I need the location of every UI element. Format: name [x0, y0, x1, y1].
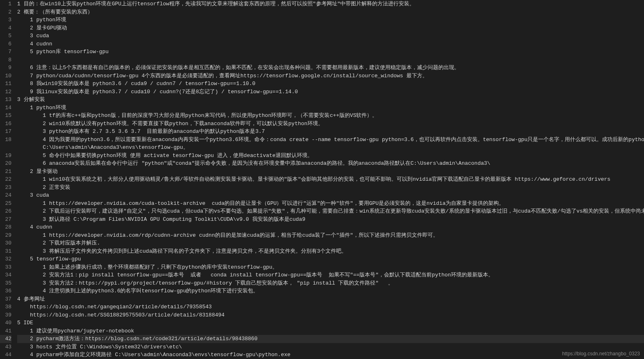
code-line[interactable]: 2 pycharm激活方法：https://blog.csdn.net/code…	[17, 335, 644, 343]
line-number: 44	[0, 351, 11, 359]
editor-container: 1234567891011121314151617181920212223242…	[0, 0, 644, 359]
line-number: 14	[0, 104, 11, 112]
code-line[interactable]: C:\Users\admin\Anaconda3\envs\tensorflow…	[17, 144, 644, 152]
code-line[interactable]: 4 pycharm中添加自定义环境路径 C:\Users\admin\Anaco…	[17, 351, 644, 359]
line-number: 16	[0, 120, 11, 128]
line-number: 5	[0, 32, 11, 40]
code-line[interactable]: 3 python的版本有 2.7 3.5 3.6 3.7 目前最新的anacon…	[17, 128, 644, 136]
code-line[interactable]: 1 tf的库有c++版和python版，目前的深度学习大部分是用python来写…	[17, 112, 644, 120]
line-number: 30	[0, 239, 11, 247]
code-line[interactable]: 1 建议使用pycharm/jupyter-notebook	[17, 327, 644, 335]
code-line[interactable]: 4 参考网址	[17, 295, 644, 303]
code-line[interactable]: 5 命令行中如果要切换python环境 使用 activate tesorflo…	[17, 152, 644, 160]
code-line[interactable]: 1 win10在安装系统之初，大部分人使用驱动精灵/鲁大师/等软件自动检测安装显…	[17, 175, 644, 184]
line-number: 13	[0, 96, 11, 104]
code-line[interactable]: 3 hosts 文件位置 C:\Windows\System32\drivers…	[17, 343, 644, 351]
line-number: 32	[0, 255, 11, 263]
line-number: 1	[0, 0, 11, 8]
line-number: 11	[0, 80, 11, 88]
code-line[interactable]: 4 因为我要用的python3.6，所以需要重新在anaconda内再安装一个p…	[17, 136, 644, 144]
watermark: https://blog.csdn.net/zhangbo_0323	[562, 350, 640, 357]
line-number: 2	[0, 8, 11, 16]
code-line[interactable]: 7 python/cuda/cudnn/tensorflow-gpu 4个东西的…	[17, 72, 644, 80]
line-number	[0, 144, 11, 152]
code-line[interactable]: 2 显卡驱动	[17, 168, 644, 176]
line-number: 8	[0, 56, 11, 64]
line-number: 28	[0, 223, 11, 231]
code-line[interactable]: 2 概要：（所有要安装的东西）	[17, 8, 644, 16]
line-number: 17	[0, 128, 11, 136]
line-number: 43	[0, 343, 11, 351]
code-line[interactable]: 1 https://developer.nvidia.com/cuda-tool…	[17, 200, 644, 208]
code-line[interactable]: 1 https://developer.nvidia.com/rdp/cudnn…	[17, 231, 644, 240]
line-number: 27	[0, 215, 11, 224]
code-line[interactable]: 3 默认路径 C:\Program Files\NVIDIA GPU Compu…	[17, 215, 644, 224]
line-number: 7	[0, 48, 11, 56]
code-line[interactable]: 6 注意：以上5个东西都是有自己的版本的，必须保证把安装的版本是相互匹配的，如果…	[17, 64, 644, 72]
code-line[interactable]: 4 cudnn	[17, 223, 644, 231]
code-line[interactable]: 6 anaconda安装后如果在命令行中运行 "python"或"conda"提…	[17, 159, 644, 168]
code-line[interactable]: https://blog.csdn.net/gangeqian2/article…	[17, 303, 644, 311]
code-line[interactable]: 9 我linux安装的版本是 python3.7 / cuda10 / cudn…	[17, 88, 644, 96]
line-number: 26	[0, 207, 11, 215]
line-number: 9	[0, 64, 11, 72]
code-line[interactable]: 5 tensorflow-gpu	[17, 255, 644, 263]
line-number-gutter[interactable]: 1234567891011121314151617181920212223242…	[0, 0, 16, 359]
code-line[interactable]: 1 python环境	[17, 16, 644, 24]
line-number: 25	[0, 200, 11, 208]
line-number: 38	[0, 303, 11, 311]
code-line[interactable]: 5 IDE	[17, 319, 644, 327]
line-number: 4	[0, 24, 11, 32]
code-line[interactable]: https://blog.csdn.net/SSG18829575503/art…	[17, 311, 644, 319]
line-number: 37	[0, 295, 11, 303]
code-area[interactable]: 1 目的：在win10上安装python环境在GPU上运行tensorflow程…	[16, 0, 644, 359]
code-line[interactable]: 1 目的：在win10上安装python环境在GPU上运行tensorflow程…	[17, 0, 644, 8]
line-number: 36	[0, 287, 11, 295]
line-number: 31	[0, 247, 11, 256]
code-line[interactable]: 8 我win10安装的版本是 python3.6 / cuda9 / cudnn…	[17, 80, 644, 88]
line-number: 41	[0, 327, 11, 335]
line-number: 22	[0, 175, 11, 184]
code-line[interactable]	[17, 56, 644, 64]
line-number: 12	[0, 88, 11, 96]
code-line[interactable]: 3 安装方法2：https://pypi.org/project/tensorf…	[17, 279, 644, 287]
code-line[interactable]: 3 cuda	[17, 32, 644, 40]
line-number: 15	[0, 112, 11, 120]
code-line[interactable]: 3 将解压后子文件夹的文件拷贝到到上述cuda路径下同名的子文件夹下，注意是拷贝…	[17, 247, 644, 256]
line-number: 19	[0, 152, 11, 160]
code-line[interactable]: 1 如果上述步骤执行成功，整个环境都搭配好了，只剩下在python的库中安装te…	[17, 263, 644, 271]
line-number: 23	[0, 184, 11, 192]
code-line[interactable]: 5 python库 tensorflow-gpu	[17, 48, 644, 56]
code-line[interactable]: 2 下载后运行安装即可，建议选择"自定义"，只勾选cuda，但cuda下的vs不…	[17, 207, 644, 215]
code-line[interactable]: 4 注意切换到上述的python3.6的名字叫tensorflow-gpu的py…	[17, 287, 644, 295]
code-line[interactable]: 4 cudnn	[17, 40, 644, 48]
line-number: 35	[0, 279, 11, 287]
line-number: 42	[0, 335, 11, 343]
code-line[interactable]: 2 下载对应版本并解压.	[17, 239, 644, 247]
code-line[interactable]: 2 显卡GPU驱动	[17, 24, 644, 32]
code-line[interactable]: 2 win10系统默认没有python环境。不需要直接下载python，下载an…	[17, 120, 644, 128]
line-number: 39	[0, 311, 11, 319]
line-number: 21	[0, 168, 11, 176]
code-line[interactable]: 1 python环境	[17, 104, 644, 112]
code-line[interactable]: 2 安装方法1：pip install tensorflow-gpu==版本号 …	[17, 271, 644, 279]
line-number: 18	[0, 136, 11, 144]
line-number: 29	[0, 231, 11, 240]
line-number: 24	[0, 191, 11, 200]
line-number: 40	[0, 319, 11, 327]
line-number: 33	[0, 263, 11, 271]
code-line[interactable]: 2 正常安装	[17, 184, 644, 192]
line-number: 6	[0, 40, 11, 48]
code-line[interactable]: 3 分解安装	[17, 96, 644, 104]
line-number: 10	[0, 72, 11, 80]
line-number: 3	[0, 16, 11, 24]
line-number: 34	[0, 271, 11, 279]
code-line[interactable]: 3 cuda	[17, 191, 644, 200]
line-number: 20	[0, 159, 11, 168]
